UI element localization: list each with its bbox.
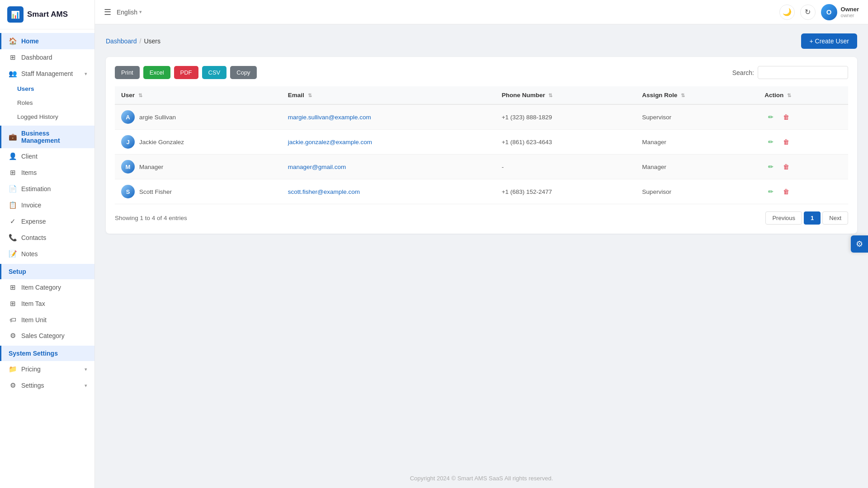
contacts-icon: 📞 bbox=[9, 234, 17, 242]
dark-mode-button[interactable]: 🌙 bbox=[779, 5, 795, 20]
sidebar-expense-label: Expense bbox=[21, 218, 46, 225]
table-body: A argie Sullivan margie.sullivan@example… bbox=[115, 104, 848, 204]
sidebar-item-settings[interactable]: ⚙ Settings ▾ bbox=[0, 377, 94, 394]
sidebar-contacts-label: Contacts bbox=[21, 234, 46, 241]
cell-email: manager@gmail.com bbox=[282, 155, 495, 179]
delete-button[interactable]: 🗑 bbox=[780, 136, 793, 148]
sidebar-item-item-unit[interactable]: 🏷 Item Unit bbox=[0, 312, 94, 328]
sidebar-home-label: Home bbox=[21, 38, 39, 45]
sidebar-item-dashboard[interactable]: ⊞ Dashboard bbox=[0, 49, 94, 66]
dashboard-icon: ⊞ bbox=[9, 53, 17, 61]
cell-action: ✏ 🗑 bbox=[758, 104, 848, 130]
home-icon: 🏠 bbox=[9, 37, 17, 45]
cell-role: Supervisor bbox=[636, 104, 758, 130]
sidebar-client-label: Client bbox=[21, 153, 38, 160]
sidebar-system-settings-label: System Settings bbox=[9, 350, 58, 357]
create-user-button[interactable]: + Create User bbox=[801, 33, 857, 49]
sidebar-item-home[interactable]: 🏠 Home bbox=[0, 33, 94, 49]
logo-icon: 📊 bbox=[7, 6, 24, 23]
pdf-button[interactable]: PDF bbox=[174, 66, 198, 79]
sidebar-item-sales-category[interactable]: ⚙ Sales Category bbox=[0, 328, 94, 344]
sidebar-item-invoice[interactable]: 📋 Invoice bbox=[0, 197, 94, 213]
table-row: A argie Sullivan margie.sullivan@example… bbox=[115, 104, 848, 130]
item-unit-icon: 🏷 bbox=[9, 316, 17, 324]
refresh-icon: ↻ bbox=[805, 8, 811, 16]
settings-fab[interactable]: ⚙ bbox=[851, 235, 868, 253]
delete-button[interactable]: 🗑 bbox=[780, 185, 793, 198]
notes-icon: 📝 bbox=[9, 250, 17, 258]
edit-button[interactable]: ✏ bbox=[764, 185, 777, 198]
sidebar-item-setup[interactable]: Setup bbox=[0, 264, 94, 279]
sidebar-staff-label: Staff Management bbox=[21, 70, 73, 77]
sidebar-item-roles[interactable]: Roles bbox=[0, 96, 94, 110]
delete-button[interactable]: 🗑 bbox=[780, 160, 793, 173]
cell-phone: - bbox=[495, 155, 636, 179]
pagination-page-1[interactable]: 1 bbox=[804, 211, 821, 225]
sidebar-item-contacts[interactable]: 📞 Contacts bbox=[0, 230, 94, 246]
sidebar-pricing-label: Pricing bbox=[21, 366, 41, 373]
cell-action: ✏ 🗑 bbox=[758, 179, 848, 204]
copy-button[interactable]: Copy bbox=[230, 66, 256, 79]
sidebar-item-system-settings[interactable]: System Settings bbox=[0, 346, 94, 361]
search-section: Search: bbox=[732, 66, 848, 79]
sidebar-item-notes[interactable]: 📝 Notes bbox=[0, 246, 94, 262]
sidebar-business-label: Business Management bbox=[21, 130, 87, 144]
delete-button[interactable]: 🗑 bbox=[780, 111, 793, 123]
sidebar-item-users[interactable]: Users bbox=[0, 82, 94, 96]
pagination-previous[interactable]: Previous bbox=[765, 211, 802, 225]
page-header: Dashboard / Users + Create User bbox=[106, 33, 857, 49]
chevron-down-icon: ▾ bbox=[85, 71, 87, 77]
cell-email: scott.fisher@example.com bbox=[282, 179, 495, 204]
avatar-initials: O bbox=[826, 8, 832, 16]
col-phone[interactable]: Phone Number ⇅ bbox=[495, 86, 636, 104]
sidebar-item-category-label: Item Category bbox=[21, 284, 61, 291]
cell-user: M Manager bbox=[115, 155, 282, 179]
page-footer: Copyright 2024 © Smart AMS SaaS All righ… bbox=[95, 469, 868, 488]
user-menu[interactable]: O Owner owner bbox=[821, 4, 859, 20]
sidebar-item-staff-management[interactable]: 👥 Staff Management ▾ bbox=[0, 66, 94, 82]
cell-email: jackie.gonzalez@example.com bbox=[282, 130, 495, 155]
sort-phone-icon: ⇅ bbox=[548, 93, 552, 98]
moon-icon: 🌙 bbox=[783, 8, 792, 16]
sidebar-item-items[interactable]: ⊞ Items bbox=[0, 164, 94, 181]
language-selector[interactable]: English ▾ bbox=[117, 9, 142, 16]
user-name: Owner bbox=[841, 6, 859, 13]
print-button[interactable]: Print bbox=[115, 66, 140, 79]
items-icon: ⊞ bbox=[9, 169, 17, 177]
cell-role: Supervisor bbox=[636, 179, 758, 204]
staff-icon: 👥 bbox=[9, 70, 17, 78]
cell-user: S Scott Fisher bbox=[115, 179, 282, 204]
sidebar-item-business-management[interactable]: 💼 Business Management bbox=[0, 126, 94, 148]
sidebar-item-pricing[interactable]: 📁 Pricing ▾ bbox=[0, 361, 94, 377]
edit-button[interactable]: ✏ bbox=[764, 136, 777, 148]
table-row: J Jackie Gonzalez jackie.gonzalez@exampl… bbox=[115, 130, 848, 155]
business-icon: 💼 bbox=[9, 133, 17, 141]
table-row: S Scott Fisher scott.fisher@example.com+… bbox=[115, 179, 848, 204]
edit-button[interactable]: ✏ bbox=[764, 160, 777, 173]
sidebar-item-logged-history[interactable]: Logged History bbox=[0, 110, 94, 124]
breadcrumb-dashboard[interactable]: Dashboard bbox=[106, 38, 137, 45]
sidebar-item-estimation[interactable]: 📄 Estimation bbox=[0, 181, 94, 197]
refresh-button[interactable]: ↻ bbox=[800, 5, 816, 20]
sidebar-notes-label: Notes bbox=[21, 250, 38, 258]
sidebar-item-item-tax[interactable]: ⊞ Item Tax bbox=[0, 296, 94, 312]
col-user[interactable]: User ⇅ bbox=[115, 86, 282, 104]
sidebar-items-label: Items bbox=[21, 169, 37, 176]
col-action[interactable]: Action ⇅ bbox=[758, 86, 848, 104]
pagination-next[interactable]: Next bbox=[822, 211, 848, 225]
col-role[interactable]: Assign Role ⇅ bbox=[636, 86, 758, 104]
user-avatar: J bbox=[121, 135, 135, 149]
breadcrumb: Dashboard / Users bbox=[106, 38, 160, 45]
csv-button[interactable]: CSV bbox=[202, 66, 227, 79]
edit-button[interactable]: ✏ bbox=[764, 111, 777, 123]
sidebar-item-item-category[interactable]: ⊞ Item Category bbox=[0, 279, 94, 296]
col-email[interactable]: Email ⇅ bbox=[282, 86, 495, 104]
search-input[interactable] bbox=[758, 66, 848, 79]
menu-hamburger-icon[interactable]: ☰ bbox=[104, 7, 111, 17]
sidebar-item-client[interactable]: 👤 Client bbox=[0, 148, 94, 164]
sidebar-item-expense[interactable]: ✓ Expense bbox=[0, 213, 94, 230]
cell-role: Manager bbox=[636, 155, 758, 179]
user-role: owner bbox=[841, 13, 859, 18]
excel-button[interactable]: Excel bbox=[143, 66, 170, 79]
item-tax-icon: ⊞ bbox=[9, 300, 17, 308]
